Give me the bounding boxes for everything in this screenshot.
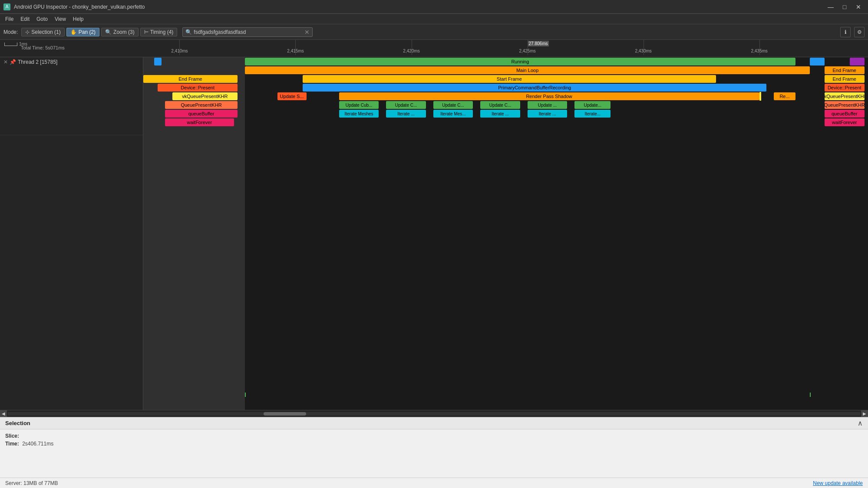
flame-block-queuepresent-r[interactable]: QueuePresentKHR <box>825 101 865 109</box>
flame-block-running[interactable]: Running <box>245 58 795 66</box>
flame-block-re[interactable]: Re... <box>774 92 795 100</box>
scroll-track[interactable] <box>8 412 860 416</box>
menu-bar: File Edit Goto View Help <box>0 14 868 24</box>
selection-body: Slice: Time: 2s406.711ms <box>0 429 868 452</box>
scale-bar <box>4 43 17 46</box>
flame-block-iterate4[interactable]: Iterate... <box>574 110 611 118</box>
flame-block-iteratemeshes[interactable]: Iterate Meshes <box>339 110 379 118</box>
scroll-left-button[interactable]: ◀ <box>0 410 7 417</box>
selection-label: Selection (1) <box>31 29 60 35</box>
flame-row-0: Running <box>143 57 868 66</box>
time-label: Time: <box>5 441 19 447</box>
flame-row-7: waitForever waitForever <box>143 118 868 127</box>
title-bar: A Android GPU Inspector - chonky_bender_… <box>0 0 868 14</box>
flame-block-purple[interactable] <box>850 58 864 66</box>
menu-edit[interactable]: Edit <box>17 15 33 23</box>
flame-row-5: QueuePresentKHR Update Cub... Update C..… <box>143 101 868 109</box>
tick-label: 2,425ms <box>519 49 535 53</box>
flame-block-updatecub[interactable]: Update Cub... <box>339 101 379 109</box>
flame-block-iterate3[interactable]: Iterate ... <box>528 110 568 118</box>
mode-selection-button[interactable]: ⊹ Selection (1) <box>21 28 64 36</box>
flame-block-rps[interactable]: Render Pass Shadow <box>339 92 759 100</box>
total-time-label: 1ms Total Time: 5s071ms <box>0 40 143 55</box>
tick-label: 2,420ms <box>403 49 419 53</box>
menu-help[interactable]: Help <box>69 15 87 23</box>
flame-block-vkqueue-l[interactable]: vkQueuePresentKHR <box>172 92 238 100</box>
mode-zoom-button[interactable]: 🔍 Zoom (3) <box>101 28 139 36</box>
selection-collapse-button[interactable]: ∧ <box>858 419 863 427</box>
thread-label-row: ✕ 📌 Thread 2 [15785] <box>0 57 143 135</box>
title-bar-left: A Android GPU Inspector - chonky_bender_… <box>3 3 145 10</box>
flame-block-iterate1[interactable]: Iterate ... <box>386 110 426 118</box>
green-tick-l <box>245 393 246 397</box>
flame-block-blue1[interactable] <box>154 58 162 66</box>
flame-block-queuebuffer-r[interactable]: queueBuffer <box>825 110 865 118</box>
info-button[interactable]: ℹ <box>840 27 851 37</box>
flame-block-updatec3[interactable]: Update C... <box>480 101 520 109</box>
bottom-panel: Selection ∧ Slice: Time: 2s406.711ms <box>0 417 868 478</box>
flame-block-updates[interactable]: Update S... <box>277 92 307 100</box>
menu-goto[interactable]: Goto <box>33 15 51 23</box>
flame-block-endframe-right[interactable]: End Frame <box>825 66 865 74</box>
flame-block-update1[interactable]: Update ... <box>528 101 568 109</box>
flame-block-waitforever-l[interactable]: waitForever <box>165 118 234 126</box>
zoom-icon: 🔍 <box>105 29 112 35</box>
scale-label: 1ms <box>19 42 27 46</box>
selection-icon: ⊹ <box>25 29 30 35</box>
pan-label: Pan (2) <box>79 29 96 35</box>
flame-block-devicepresent-r[interactable]: Device::Present <box>825 84 865 92</box>
flame-block-update2[interactable]: Update... <box>574 101 611 109</box>
yellow-tick <box>759 92 761 101</box>
flame-block-pcbr[interactable]: PrimaryCommandBufferRecording <box>303 84 766 92</box>
search-icon: 🔍 <box>185 29 192 35</box>
update-link[interactable]: New update available <box>813 480 863 486</box>
slice-row: Slice: <box>5 433 863 439</box>
flame-block-iterate2[interactable]: Iterate ... <box>480 110 520 118</box>
flame-block-queuebuffer-l[interactable]: queueBuffer <box>165 110 238 118</box>
flamegraph: Running Main Loop End Frame <box>143 57 868 410</box>
mode-pan-button[interactable]: ✋ Pan (2) <box>66 28 99 36</box>
time-marker: 27.806ms <box>528 41 549 46</box>
flame-block-queuepresent-l[interactable]: QueuePresentKHR <box>165 101 238 109</box>
track-area: ✕ 📌 Thread 2 [15785] Running <box>0 57 868 410</box>
mode-timing-button[interactable]: ⊢ Timing (4) <box>140 28 178 36</box>
track-canvas: Running Main Loop End Frame <box>143 57 868 410</box>
flame-block-vkqueue-r[interactable]: vkQueuePresentKHR <box>825 92 865 100</box>
flame-block-waitforever-r[interactable]: waitForever <box>825 118 865 126</box>
pin-button[interactable]: 📌 <box>10 59 16 65</box>
menu-view[interactable]: View <box>51 15 69 23</box>
flame-block-startframe[interactable]: Start Frame <box>303 75 716 83</box>
search-input[interactable] <box>194 29 304 35</box>
track-labels: ✕ 📌 Thread 2 [15785] <box>0 57 143 410</box>
mode-bar: Mode: ⊹ Selection (1) ✋ Pan (2) 🔍 Zoom (… <box>0 24 868 40</box>
flame-block-iteratemes[interactable]: Iterate Mes... <box>433 110 473 118</box>
flame-block-endframe-l[interactable]: End Frame <box>143 75 238 83</box>
green-tick-m <box>810 393 811 397</box>
flame-block-endframe-r[interactable]: End Frame <box>825 75 865 83</box>
tick-label: 2,435ms <box>751 49 767 53</box>
scroll-thumb[interactable] <box>264 412 306 416</box>
search-clear-button[interactable]: ✕ <box>304 29 310 36</box>
flame-block-blue2[interactable] <box>810 58 824 66</box>
flame-block-updatec2[interactable]: Update C... <box>433 101 473 109</box>
flame-block-devicepresent-l[interactable]: Device::Present <box>158 84 238 92</box>
settings-button[interactable]: ⚙ <box>854 27 865 37</box>
timeline-container: 1ms Total Time: 5s071ms 27.806ms 2,410ms… <box>0 40 868 417</box>
server-status: Server: 13MB of 77MB <box>5 480 58 486</box>
flame-block-mainloop[interactable]: Main Loop <box>245 66 810 74</box>
collapse-button[interactable]: ✕ <box>3 59 8 65</box>
status-bar: Server: 13MB of 77MB New update availabl… <box>0 478 868 488</box>
scroll-right-button[interactable]: ▶ <box>861 410 868 417</box>
menu-file[interactable]: File <box>2 15 17 23</box>
slice-label: Slice: <box>5 433 19 439</box>
close-button[interactable]: ✕ <box>852 1 865 13</box>
flame-block-updatec1[interactable]: Update C... <box>386 101 426 109</box>
minimize-button[interactable]: — <box>825 1 837 13</box>
flame-row-2: End Frame Start Frame End Frame <box>143 75 868 83</box>
maximize-button[interactable]: □ <box>838 1 851 13</box>
zoom-label: Zoom (3) <box>113 29 135 35</box>
mode-label: Mode: <box>3 29 18 35</box>
window-title: Android GPU Inspector - chonky_bender_vu… <box>14 4 145 10</box>
search-box: 🔍 ✕ <box>182 27 313 37</box>
mode-bar-right: ℹ ⚙ <box>840 27 865 37</box>
